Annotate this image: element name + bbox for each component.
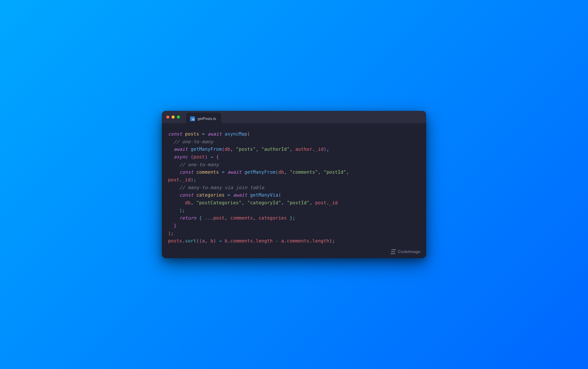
id-posts: posts <box>168 238 182 244</box>
fn-getmanyvia: getManyVia <box>250 193 278 198</box>
string: "postId" <box>287 200 309 205</box>
code-window: TS getPosts.ts const posts = await async… <box>162 111 426 258</box>
var-categories: categories <box>196 193 225 198</box>
paren: ( <box>196 238 199 244</box>
paren: ( <box>222 147 225 152</box>
brace: { <box>199 215 202 221</box>
id-post: post <box>213 215 225 221</box>
string: "categoryId" <box>247 200 281 205</box>
maximize-icon[interactable] <box>177 115 180 119</box>
arrow: ⇒ <box>219 238 222 244</box>
id-b: b <box>225 238 227 244</box>
codeimage-logo-icon <box>390 249 396 254</box>
fn-getmanyfrom: getManyFrom <box>191 147 222 152</box>
paren: ) <box>191 177 194 183</box>
code-editor: const posts = await asyncMap( // one-to-… <box>162 123 426 258</box>
id-post: post <box>194 154 205 160</box>
prop-comments: comments <box>230 238 253 244</box>
comment: // one-to-many <box>179 162 219 167</box>
id-author: author <box>295 147 312 152</box>
string: "posts" <box>236 147 256 152</box>
keyword-const: const <box>179 193 193 198</box>
string: "postId" <box>323 170 346 175</box>
keyword-await: await <box>227 170 242 175</box>
keyword-const: const <box>179 170 193 175</box>
keyword-async: async <box>174 154 188 160</box>
id-comments: comments <box>230 215 253 221</box>
typescript-icon: TS <box>190 116 195 121</box>
paren: ) <box>323 147 326 152</box>
string: "authorId" <box>261 147 290 152</box>
watermark-text: CodeImage <box>398 249 421 254</box>
prop-length: length <box>312 238 329 244</box>
op-eq: = <box>199 131 208 137</box>
paren: ( <box>278 193 281 198</box>
minimize-icon[interactable] <box>172 115 175 119</box>
paren: ) <box>205 154 208 160</box>
arrow: ⇒ <box>211 154 213 160</box>
paren: ) <box>329 238 332 244</box>
keyword-await: await <box>208 131 222 137</box>
comment: // many-to-many via join table <box>179 185 264 190</box>
id-db: db <box>225 147 230 152</box>
prop-id: _id <box>315 147 324 152</box>
keyword-const: const <box>168 131 182 137</box>
string: "postCategories" <box>196 200 242 205</box>
var-posts: posts <box>185 131 199 137</box>
brace: } <box>290 215 293 221</box>
id-categories: categories <box>259 215 287 221</box>
paren: ( <box>199 238 202 244</box>
id-db: db <box>278 170 284 175</box>
keyword-return: return <box>179 215 196 221</box>
comment: // one-to-many <box>174 139 213 144</box>
id-a: a <box>202 238 205 244</box>
brace: } <box>174 223 177 228</box>
var-comments: comments <box>196 170 219 175</box>
paren: ) <box>179 208 182 213</box>
fn-asyncmap: asyncMap <box>225 131 247 137</box>
close-icon[interactable] <box>166 115 169 119</box>
id-db: db <box>185 200 191 205</box>
watermark: CodeImage <box>391 249 421 254</box>
file-tab[interactable]: TS getPosts.ts <box>186 113 221 125</box>
paren: ( <box>191 154 194 160</box>
paren: ) <box>213 238 216 244</box>
titlebar: TS getPosts.ts <box>162 111 426 123</box>
fn-sort: sort <box>185 238 196 244</box>
brace: { <box>216 154 219 160</box>
tab-filename: getPosts.ts <box>197 117 216 121</box>
string: "comments" <box>290 170 318 175</box>
traffic-lights <box>166 115 180 119</box>
op-minus: - <box>273 238 281 244</box>
prop-length: length <box>256 238 273 244</box>
id-post: post <box>315 200 326 205</box>
id-post: post <box>168 177 179 183</box>
id-b: b <box>211 238 213 244</box>
paren: ) <box>168 231 171 236</box>
prop-id: _id <box>329 200 338 205</box>
id-a: a <box>281 238 284 244</box>
prop-comments: comments <box>287 238 309 244</box>
paren: ( <box>275 170 278 175</box>
keyword-await: await <box>233 193 247 198</box>
prop-id: _id <box>182 177 191 183</box>
fn-getmanyfrom: getManyFrom <box>245 170 275 175</box>
keyword-await: await <box>174 147 188 152</box>
paren: ( <box>247 131 250 137</box>
spread: ... <box>205 215 213 221</box>
